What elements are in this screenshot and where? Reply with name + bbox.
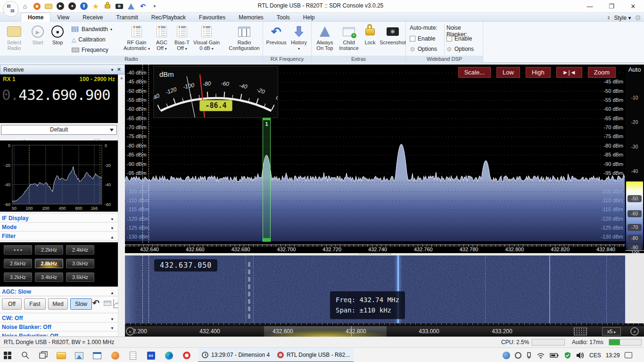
panel-menu-icon[interactable]: ▼ [110, 68, 114, 72]
auto-mute-options-button[interactable]: ⚙Options [410, 44, 437, 54]
search-icon[interactable] [20, 350, 31, 361]
frequency-axis[interactable]: 432.640432.660432.680432.700432.720432.7… [125, 244, 625, 253]
noise-blanker-enable-checkbox[interactable]: Enable [446, 34, 472, 43]
notepad-icon[interactable] [127, 350, 139, 361]
filter-button-2.6kHz[interactable]: 2.6kHz [4, 259, 32, 268]
spectrum-button-scale[interactable]: Scale... [458, 67, 491, 78]
favourite-star-icon[interactable]: ★ [91, 2, 100, 10]
frequency-readout[interactable]: RX 1 100 - 2900 Hz 0.432.690.900 [0, 74, 118, 123]
panel-close-icon[interactable]: ✕ [117, 66, 121, 73]
scroll-left-button[interactable]: « [126, 327, 134, 336]
section-cw[interactable]: CW: Off▼ [0, 314, 118, 322]
speaker-icon[interactable] [576, 352, 585, 359]
agc-button-slow[interactable]: Slow [70, 298, 92, 310]
taskbar-app-dimension4[interactable]: 13:29:07 - Dimension 4 [198, 348, 273, 362]
minimize-button[interactable]: — [579, 0, 601, 13]
visual-gain-menu[interactable]: Visual Gain0 dB ▾ [192, 24, 221, 51]
section-noise-reduction[interactable]: Noise Reduction: Off▼ [0, 332, 118, 337]
up-arrow-icon[interactable]: ⬆ [80, 2, 88, 10]
battery-icon[interactable] [550, 353, 559, 358]
stop-button[interactable]: ■ Stop [48, 24, 67, 45]
select-radio-button[interactable]: SelectRadio [2, 24, 26, 51]
rf-gain-menu[interactable]: RF GainAutomatic ▾ [122, 24, 152, 51]
tab-receive[interactable]: Receive [76, 13, 109, 22]
play-icon[interactable]: ▶ [56, 2, 65, 10]
maximize-button[interactable]: ❐ [601, 0, 622, 13]
always-on-top-button[interactable]: AlwaysOn Top [314, 24, 336, 51]
home-icon[interactable]: ⌂ [21, 2, 29, 10]
tab-tools[interactable]: Tools [270, 13, 297, 22]
collapse-ribbon-icon[interactable]: ⇕ [607, 16, 611, 20]
auto-scale-label[interactable]: Auto [625, 65, 644, 73]
undo-icon[interactable]: ↶ [92, 298, 99, 308]
zoom-factor-button[interactable]: x5 ▸ [602, 327, 621, 336]
lifering-icon[interactable] [33, 2, 41, 10]
always-on-top-icon[interactable] [127, 2, 135, 10]
start-button[interactable]: ▶ Start [28, 24, 47, 45]
lock-icon[interactable] [103, 2, 112, 10]
photos-app-icon[interactable] [74, 350, 85, 361]
lock-button[interactable]: Lock [362, 24, 379, 45]
file-explorer-icon[interactable] [56, 350, 67, 361]
tray-app-icon[interactable] [503, 352, 510, 359]
envelope-icon[interactable] [104, 301, 111, 306]
filter-button-3.2kHz[interactable]: 3.2kHz [4, 272, 32, 282]
section-noise-blanker[interactable]: Noise Blanker: Off▼ [0, 323, 118, 331]
spectrum-button-[interactable]: ►|◄ [556, 67, 582, 78]
start-button[interactable] [2, 350, 13, 361]
filter-button-2.4kHz[interactable]: 2.4kHz [66, 245, 94, 255]
tab-transmit[interactable]: Transmit [110, 13, 145, 22]
tuned-channel-marker[interactable]: 1 [263, 116, 271, 242]
radio-configuration-button[interactable]: RadioConfiguration [227, 24, 261, 51]
tray-time[interactable]: 13:29 [606, 352, 620, 359]
band-navigation-bar[interactable]: 432.200432.400432.600432.800433.000433.2… [125, 326, 644, 337]
tray-clock-icon[interactable] [515, 352, 521, 359]
agc-menu[interactable]: AGCOff ▾ [152, 24, 172, 51]
noise-blanker-options-button[interactable]: ⚙Options [446, 44, 474, 54]
settings-gear-icon[interactable]: ⚙ [635, 14, 641, 22]
spectrum-display[interactable]: 1 -40 dBm-45 dBm-50 dBm-55 dBm-60 dBm-65… [125, 65, 625, 253]
opera-browser-icon[interactable] [181, 350, 192, 361]
close-button[interactable]: ✕ [622, 0, 644, 13]
filter-button-3.6kHz[interactable]: 3.6kHz [66, 272, 94, 282]
notification-icon[interactable] [625, 352, 632, 358]
filter-button-2.8kHz[interactable]: 2.8kHz [35, 259, 63, 268]
undo-icon[interactable]: ↶ [139, 2, 147, 10]
tuned-frequency[interactable]: 0.432.690.900 [0, 82, 118, 103]
auto-mute-enable-checkbox[interactable]: Enable [410, 34, 435, 43]
spectrum-button-zoom[interactable]: Zoom [588, 67, 616, 78]
language-indicator[interactable]: CES [589, 352, 601, 359]
calibration-menu[interactable]: △ Calibration [72, 35, 106, 44]
section-mode[interactable]: Mode▼ [0, 223, 118, 231]
app-window-icon[interactable] [91, 350, 103, 361]
scroll-right-button[interactable]: » [630, 327, 639, 336]
filter-button-3.4kHz[interactable]: 3.4kHz [35, 272, 63, 282]
agc-button-med[interactable]: Med [48, 298, 68, 310]
section-agc[interactable]: AGC: Slow▲ [0, 288, 118, 296]
style-menu[interactable]: Style ▾ [614, 15, 631, 21]
agc-button-off[interactable]: Off [2, 298, 22, 310]
profile-dropdown[interactable]: Default [1, 125, 117, 135]
bias-t-menu[interactable]: Bias-TOff ▾ [172, 24, 192, 51]
frequency-menu[interactable]: Frequency [72, 45, 108, 55]
spectrum-button-high[interactable]: High [526, 67, 551, 78]
spectrum-button-low[interactable]: Low [496, 67, 520, 78]
scale-chip[interactable]: -60 [627, 210, 642, 217]
usb-icon[interactable] [526, 352, 532, 359]
keyboard-entry-button[interactable] [574, 327, 587, 336]
security-shield-icon[interactable] [564, 352, 571, 359]
agc-button-fast[interactable]: Fast [24, 298, 46, 310]
tab-recplayback[interactable]: Rec/Playback [145, 13, 192, 22]
tab-home[interactable]: Home [21, 13, 50, 22]
tab-memories[interactable]: Memories [232, 13, 270, 22]
panel-scrollbar[interactable]: ▲ ▼ [118, 74, 125, 362]
screenshot-button[interactable]: Screenshot [380, 24, 406, 45]
edge-browser-icon[interactable] [163, 350, 174, 361]
scale-chip[interactable]: -80 [627, 235, 642, 242]
waterfall-color-scale[interactable]: Auto -10-20-30-40 -50-60-70-80-90 -100 [625, 65, 644, 253]
section-if-display[interactable]: IF Display▼ [0, 214, 118, 222]
history-button[interactable]: History▾ [289, 24, 309, 51]
taskbar-app-sdr-console[interactable]: RTL Dongle USB - R82... [273, 348, 354, 362]
stop-icon[interactable]: ■ [68, 2, 76, 10]
camera-icon[interactable] [115, 2, 124, 10]
